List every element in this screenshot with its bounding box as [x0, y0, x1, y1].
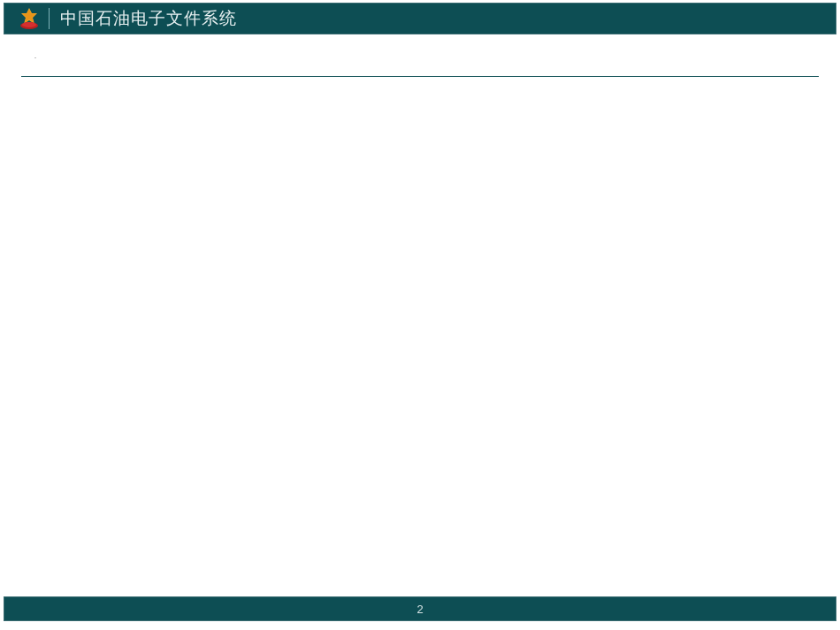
content-mark: -: [34, 55, 819, 60]
header-divider: [49, 8, 50, 29]
content-divider: [21, 76, 819, 77]
footer-bar: 2: [4, 596, 836, 621]
content-area: -: [21, 55, 819, 77]
svg-point-1: [22, 22, 36, 27]
header-title: 中国石油电子文件系统: [60, 7, 237, 30]
cnpc-logo-icon: [17, 6, 42, 31]
page-number: 2: [416, 603, 423, 616]
header-bar: 中国石油电子文件系统: [4, 3, 836, 34]
